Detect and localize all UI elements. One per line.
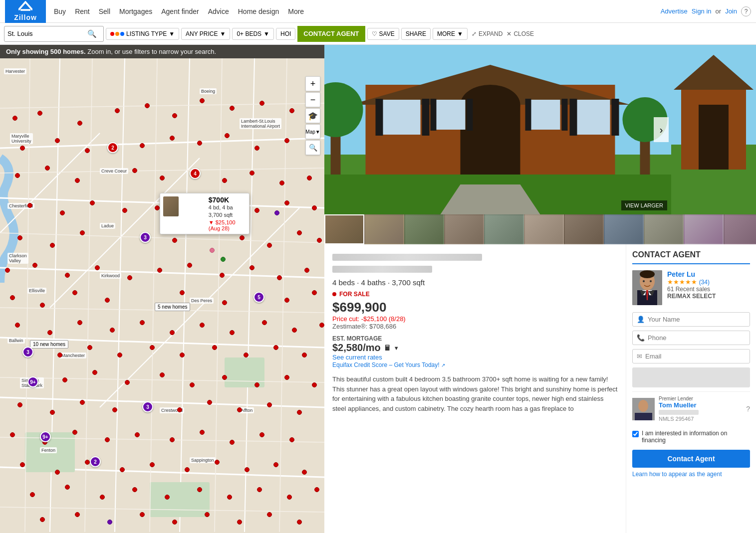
thumb-2[interactable] bbox=[364, 214, 404, 244]
map-dot[interactable] bbox=[65, 485, 70, 490]
map-dot[interactable] bbox=[95, 265, 100, 270]
thumb-4[interactable] bbox=[444, 214, 484, 244]
nav-home-design[interactable]: Home design bbox=[238, 7, 279, 15]
map-dot[interactable] bbox=[200, 323, 205, 328]
map-dot[interactable] bbox=[55, 470, 60, 475]
thumb-8[interactable] bbox=[604, 214, 644, 244]
map-dot[interactable] bbox=[20, 146, 25, 151]
map-dot[interactable] bbox=[150, 345, 155, 350]
map-dot[interactable] bbox=[132, 168, 137, 173]
map-dot[interactable] bbox=[244, 353, 249, 357]
map-dot[interactable] bbox=[317, 238, 322, 243]
map-dot[interactable] bbox=[170, 437, 175, 442]
map-cluster-purple-9b[interactable]: 9+ bbox=[40, 431, 51, 442]
map-dot[interactable] bbox=[207, 400, 212, 405]
map-dot[interactable] bbox=[15, 323, 20, 328]
map-dot[interactable] bbox=[157, 268, 162, 273]
search-input-wrap[interactable]: 🔍 bbox=[4, 26, 104, 42]
map-type-button[interactable]: Map▼ bbox=[305, 124, 320, 139]
nav-more[interactable]: More bbox=[288, 7, 304, 15]
map-dot[interactable] bbox=[40, 303, 45, 308]
map-dot[interactable] bbox=[312, 290, 317, 295]
map-dot[interactable] bbox=[145, 103, 150, 108]
map-dot[interactable] bbox=[160, 372, 165, 377]
sign-in-link[interactable]: Sign in bbox=[692, 7, 712, 15]
lender-name[interactable]: Tom Mueller bbox=[659, 401, 742, 409]
map-dot[interactable] bbox=[170, 136, 175, 141]
learn-agent-link[interactable]: Learn how to appear as the agent bbox=[632, 471, 750, 478]
map-dot[interactable] bbox=[75, 178, 80, 183]
agent-name[interactable]: Peter Lu bbox=[667, 270, 750, 278]
map-dot[interactable] bbox=[312, 382, 317, 387]
nav-mortgages[interactable]: Mortgages bbox=[119, 7, 152, 15]
beds-filter[interactable]: 0+ BEDS ▼ bbox=[232, 28, 274, 40]
map-dot[interactable] bbox=[105, 298, 110, 303]
search-input[interactable] bbox=[7, 30, 87, 37]
view-larger-button[interactable]: VIEW LARGER bbox=[621, 200, 667, 210]
map-dot[interactable] bbox=[230, 440, 235, 445]
map-dot[interactable] bbox=[240, 235, 245, 240]
map-area[interactable]: Only showing 500 homes. Zoom in, or use … bbox=[0, 45, 324, 533]
map-dot[interactable] bbox=[237, 407, 242, 412]
map-dot[interactable] bbox=[127, 275, 132, 280]
map-dot[interactable] bbox=[80, 230, 85, 235]
map-dot[interactable] bbox=[200, 98, 205, 103]
map-dot[interactable] bbox=[254, 208, 259, 213]
map-dot[interactable] bbox=[140, 320, 145, 325]
map-dot[interactable] bbox=[90, 200, 95, 205]
map-dot[interactable] bbox=[284, 138, 289, 143]
zoom-out-button[interactable]: − bbox=[305, 92, 320, 107]
map-dot[interactable] bbox=[15, 173, 20, 178]
side-photo[interactable] bbox=[671, 45, 756, 214]
map-dot[interactable] bbox=[197, 487, 202, 492]
map-dot[interactable] bbox=[17, 235, 22, 240]
map-dot[interactable] bbox=[215, 460, 220, 465]
map-dot[interactable] bbox=[225, 133, 230, 138]
hoi-filter[interactable]: HOI bbox=[276, 28, 295, 40]
map-dot[interactable] bbox=[65, 273, 70, 278]
map-dot[interactable] bbox=[212, 345, 217, 350]
map-dot-green[interactable] bbox=[221, 257, 226, 262]
map-dot[interactable] bbox=[289, 437, 294, 442]
map-dot[interactable] bbox=[297, 520, 302, 525]
map-cluster-4[interactable]: 4 bbox=[190, 168, 201, 179]
map-dot[interactable] bbox=[277, 275, 282, 280]
map-cluster-purple-3[interactable]: 3 bbox=[140, 232, 151, 243]
map-dot[interactable] bbox=[47, 330, 52, 335]
mortgage-chevron[interactable]: ▼ bbox=[394, 345, 399, 351]
map-dot[interactable] bbox=[117, 353, 122, 357]
map-dot-purple4[interactable] bbox=[107, 520, 112, 525]
map-dot[interactable] bbox=[85, 460, 90, 465]
map-dot[interactable] bbox=[187, 263, 192, 268]
nav-advice[interactable]: Advice bbox=[208, 7, 229, 15]
map-dot[interactable] bbox=[50, 243, 55, 248]
map-dot[interactable] bbox=[172, 238, 177, 243]
map-dot[interactable] bbox=[32, 263, 37, 268]
map-dot[interactable] bbox=[180, 353, 185, 357]
map-dot[interactable] bbox=[140, 512, 145, 517]
map-dot[interactable] bbox=[155, 205, 160, 210]
join-link[interactable]: Join bbox=[725, 7, 737, 15]
map-dot[interactable] bbox=[273, 345, 278, 350]
advertise-link[interactable]: Advertise bbox=[661, 7, 688, 15]
map-dot[interactable] bbox=[72, 430, 77, 435]
map-dot[interactable] bbox=[45, 166, 50, 171]
map-dot[interactable] bbox=[279, 180, 284, 185]
nav-rent[interactable]: Rent bbox=[75, 7, 90, 15]
map-dot[interactable] bbox=[287, 495, 292, 500]
map-dot[interactable] bbox=[55, 138, 60, 143]
nav-buy[interactable]: Buy bbox=[54, 7, 66, 15]
map-dot[interactable] bbox=[273, 462, 278, 467]
logo[interactable]: Zillow bbox=[5, 0, 46, 23]
map-dot[interactable] bbox=[312, 205, 317, 210]
map-dot[interactable] bbox=[140, 143, 145, 148]
map-dot[interactable] bbox=[222, 375, 227, 380]
map-dot[interactable] bbox=[105, 437, 110, 442]
listing-type-filter[interactable]: LISTING TYPE ▼ bbox=[106, 28, 179, 40]
map-dot[interactable] bbox=[259, 432, 264, 437]
map-dot[interactable] bbox=[177, 407, 182, 412]
map-dot[interactable] bbox=[230, 330, 235, 335]
map-cluster-purple-3b[interactable]: 3 bbox=[22, 347, 33, 357]
map-dot[interactable] bbox=[230, 106, 235, 111]
map-dot[interactable] bbox=[250, 171, 254, 176]
